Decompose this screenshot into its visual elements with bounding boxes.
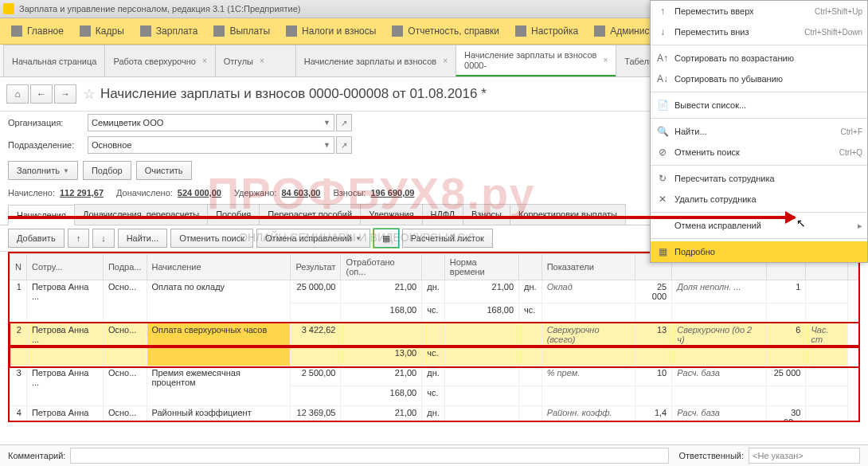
gear-icon	[594, 25, 605, 37]
context-menu-item[interactable]: 📄Вывести список...	[651, 95, 867, 116]
context-menu-item[interactable]: ▦Подробно	[651, 241, 867, 262]
withheld-label: Удержано:	[234, 188, 277, 198]
context-menu-item[interactable]: A↑Сортировать по возрастанию	[651, 48, 867, 69]
accrued-label: Начислено:	[8, 188, 55, 198]
context-menu-item[interactable]: ↻Пересчитать сотрудника	[651, 168, 867, 189]
footer-bar: Комментарий: Ответственный: <Не указан>	[0, 444, 868, 466]
context-menu-item[interactable]: ↓Переместить внизCtrl+Shift+Down	[651, 22, 867, 42]
table-row[interactable]: 3Петрова Анна ...Осно...Премия ежемесячн…	[10, 366, 858, 386]
back-button[interactable]: ←	[30, 84, 53, 104]
column-header[interactable]: Отработано (оп...	[341, 254, 422, 280]
subtab[interactable]: Удержания	[360, 204, 422, 225]
column-header[interactable]: Норма времени	[444, 254, 518, 280]
accrued-value: 112 291,67	[60, 188, 104, 198]
favorite-star-icon[interactable]: ☆	[83, 85, 96, 103]
doacc-label: Доначислено:	[116, 188, 173, 198]
menu-icon	[11, 25, 22, 37]
add-button[interactable]: Добавить	[8, 229, 65, 248]
table-row[interactable]: 4Петрова Анна ...Осно...Районный коэффиц…	[10, 406, 858, 423]
people-icon	[80, 25, 91, 37]
context-menu-item[interactable]: ⊘Отменить поискCtrl+Q	[651, 142, 867, 163]
table-row[interactable]: 1Петрова Анна ...Осно...Оплата по окладу…	[10, 280, 858, 303]
tab-close-icon[interactable]: ×	[260, 57, 264, 65]
pick-button[interactable]: Подбор	[83, 161, 131, 180]
subtab[interactable]: Начисления	[8, 205, 75, 225]
accruals-table[interactable]: NСотру...Подра...НачислениеРезультатОтра…	[10, 253, 858, 422]
column-header[interactable]: Начисление	[147, 254, 291, 280]
find-button[interactable]: Найти...	[118, 229, 168, 248]
menu-item-icon: ✕	[655, 193, 670, 206]
menu-item-icon: ↑	[655, 5, 670, 18]
subtab[interactable]: НДФЛ	[422, 204, 463, 225]
clear-button[interactable]: Очистить	[136, 161, 192, 180]
forward-button[interactable]: →	[54, 84, 76, 104]
mouse-cursor-icon: ↖	[796, 217, 806, 229]
column-header[interactable]: Сотру...	[26, 254, 103, 280]
tab[interactable]: Работа сверхурочно×	[104, 45, 215, 76]
context-menu-item[interactable]: A↓Сортировать по убыванию	[651, 69, 867, 89]
subtab[interactable]: Корректировки выплаты	[510, 204, 626, 225]
subtab[interactable]: Пособия	[207, 204, 260, 225]
tab[interactable]: Начисление зарплаты и взносов0000-×	[456, 45, 616, 76]
org-open-button[interactable]: ↗	[336, 114, 352, 131]
menu-item-icon: A↑	[655, 52, 670, 65]
wrench-icon	[515, 25, 526, 37]
subtab[interactable]: Взносы	[463, 204, 510, 225]
context-menu-item[interactable]: ↑Переместить вверхCtrl+Shift+Up	[651, 1, 867, 22]
cancel-find-button[interactable]: Отменить поиск	[170, 229, 253, 248]
move-up-button[interactable]: ↑	[68, 229, 90, 248]
responsible-combo[interactable]: <Не указан>	[749, 448, 860, 464]
tab[interactable]: Начисление зарплаты и взносов×	[295, 45, 456, 76]
menu-taxes[interactable]: Налоги и взносы	[278, 18, 384, 44]
menu-settings[interactable]: Настройка	[507, 18, 586, 44]
menu-payouts[interactable]: Выплаты	[205, 18, 278, 44]
comment-input[interactable]	[70, 448, 669, 464]
context-menu-item[interactable]: 🔍Найти...Ctrl+F	[651, 121, 867, 142]
menu-kadry[interactable]: Кадры	[72, 18, 132, 44]
menu-item-icon: 🔍	[655, 125, 670, 138]
detail-toggle-button[interactable]: ▦	[373, 229, 399, 248]
column-header[interactable]: Показатели	[542, 254, 635, 280]
context-menu[interactable]: ↑Переместить вверхCtrl+Shift+Up↓Перемест…	[650, 0, 868, 263]
column-header[interactable]: Результат	[291, 254, 341, 280]
money-icon	[213, 25, 225, 37]
report-icon	[392, 25, 403, 37]
column-header[interactable]	[422, 254, 445, 280]
menu-item-icon: ↓	[655, 25, 670, 38]
menu-main[interactable]: Главное	[3, 18, 72, 44]
move-down-button[interactable]: ↓	[92, 229, 115, 248]
doacc-value: 524 000,00	[178, 188, 221, 198]
menu-item-icon: ⊘	[655, 146, 670, 159]
org-label: Организация:	[8, 118, 88, 127]
tab[interactable]: Отгулы×	[215, 45, 296, 76]
table-row[interactable]: 2Петрова Анна ...Осно...Оплата сверхуроч…	[10, 323, 858, 347]
withheld-value: 84 603,00	[281, 188, 320, 198]
dept-combo[interactable]: Основное▼	[88, 136, 334, 154]
menu-item-icon: ↻	[655, 172, 670, 185]
column-header[interactable]	[519, 254, 542, 280]
dept-open-button[interactable]: ↗	[336, 136, 352, 154]
payslip-button[interactable]: Расчетный листок	[402, 229, 493, 248]
percent-icon	[286, 25, 297, 37]
cancel-corrections-button[interactable]: Отмена исправлений▼	[256, 229, 370, 248]
menu-item-icon	[655, 219, 670, 232]
contrib-label: Взносы:	[333, 188, 366, 198]
tab-close-icon[interactable]: ×	[443, 57, 448, 65]
app-icon	[3, 3, 14, 14]
column-header[interactable]: N	[10, 254, 27, 280]
menu-reports[interactable]: Отчетность, справки	[384, 18, 507, 44]
context-menu-item[interactable]: ✕Удалить сотрудника	[651, 189, 867, 210]
tab-close-icon[interactable]: ×	[202, 57, 207, 65]
tab[interactable]: Начальная страница	[3, 45, 105, 76]
calc-icon	[140, 25, 151, 37]
menu-item-icon: A↓	[655, 72, 670, 85]
subtab[interactable]: Доначисления, перерасчеты	[74, 204, 208, 225]
org-combo[interactable]: Семицветик ООО▼	[88, 114, 334, 131]
fill-button[interactable]: Заполнить▼	[8, 161, 78, 180]
contrib-value: 196 690,09	[370, 188, 414, 198]
subtab[interactable]: Перерасчет пособий	[259, 204, 361, 225]
menu-salary[interactable]: Зарплата	[132, 18, 206, 44]
menu-item-icon: 📄	[655, 99, 670, 112]
column-header[interactable]: Подра...	[103, 254, 147, 280]
home-button[interactable]: ⌂	[6, 84, 29, 104]
